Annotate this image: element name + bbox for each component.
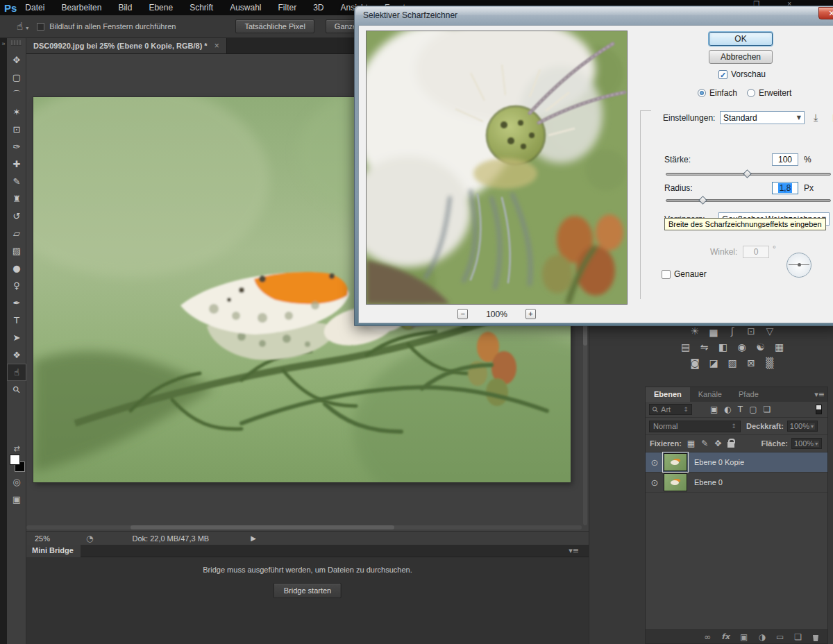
save-settings-icon[interactable]: ⤓ [814, 112, 818, 124]
path-selection-tool[interactable]: ➤ [7, 329, 26, 346]
blur-tool[interactable]: ● [7, 260, 26, 277]
clone-stamp-tool[interactable]: ♜ [7, 190, 26, 207]
layer-thumbnail[interactable] [664, 453, 687, 471]
layer-filter-toggle[interactable] [816, 405, 822, 414]
fill-dropdown[interactable]: 100% ▾ [791, 438, 822, 449]
cancel-button[interactable]: Abbrechen [709, 50, 773, 64]
photo-filter-icon[interactable]: ◉ [735, 341, 749, 354]
radius-slider-thumb[interactable] [698, 196, 707, 205]
scroll-all-windows-checkbox[interactable] [37, 23, 44, 31]
foreground-color-swatch[interactable] [10, 455, 20, 465]
new-adjustment-layer-icon[interactable]: ◑ [758, 632, 765, 642]
marquee-tool[interactable]: ▢ [7, 69, 26, 86]
history-brush-tool[interactable]: ↺ [7, 207, 26, 225]
options-button-tatsaechliche-pixel[interactable]: Tatsächliche Pixel [235, 19, 314, 33]
settings-dropdown[interactable]: Standard ▼ [720, 111, 805, 124]
filter-adjustment-layers-icon[interactable]: ◐ [724, 405, 731, 414]
color-lookup-icon[interactable]: ▦ [773, 341, 786, 354]
close-document-icon[interactable]: × [214, 41, 219, 51]
new-layer-icon[interactable]: ❏ [794, 632, 802, 642]
quick-selection-tool[interactable]: ✶ [7, 103, 26, 121]
lock-pixels-icon[interactable]: ✎ [701, 439, 708, 448]
toolbar-collapse-strip[interactable]: » [0, 38, 7, 644]
ok-button[interactable]: OK [709, 32, 773, 46]
levels-icon[interactable]: ▅ [707, 325, 721, 338]
channel-mixer-icon[interactable]: ☯ [754, 341, 768, 354]
hue-saturation-icon[interactable]: ▤ [679, 341, 693, 354]
layer-thumbnail[interactable] [664, 473, 687, 491]
quick-mask-icon[interactable]: ◎ [7, 477, 26, 487]
add-layer-mask-icon[interactable]: ▣ [740, 632, 748, 642]
panel-menu-icon[interactable]: ▾≡ [569, 546, 579, 555]
preview-checkbox[interactable]: ✓ [718, 70, 727, 79]
crop-tool[interactable]: ⊡ [7, 121, 26, 138]
amount-slider[interactable] [666, 173, 831, 176]
posterize-icon[interactable]: ◪ [707, 357, 721, 370]
lock-position-icon[interactable]: ✥ [714, 439, 721, 448]
eraser-tool[interactable]: ▱ [7, 225, 26, 242]
link-layers-icon[interactable]: ∞ [704, 632, 711, 642]
threshold-icon[interactable]: ▨ [725, 357, 739, 370]
horizontal-scrollbar[interactable] [26, 525, 582, 529]
amount-field[interactable]: 100 [772, 153, 798, 166]
toolbar-grip[interactable] [11, 40, 22, 46]
screen-mode-icon[interactable]: ▣ [7, 494, 26, 505]
brightness-contrast-icon[interactable]: ☀ [688, 325, 702, 338]
radio-unselected-icon[interactable] [747, 89, 755, 97]
layer-visibility-eye-icon[interactable]: ⊙ [646, 477, 664, 488]
panel-menu-icon[interactable]: ▾≡ [814, 390, 825, 399]
exposure-icon[interactable]: ⊡ [744, 325, 758, 338]
menu-item-filter[interactable]: Filter [278, 3, 297, 12]
sharpen-preview[interactable] [366, 31, 628, 305]
radius-field[interactable]: 1,8 [772, 182, 798, 194]
zoom-tool[interactable]: ⚲ [7, 381, 26, 398]
lasso-tool[interactable]: ⌒ [7, 86, 26, 103]
menu-item-3d[interactable]: 3D [313, 3, 323, 12]
opacity-dropdown[interactable]: 100% ▾ [787, 421, 818, 432]
spot-healing-tool[interactable]: ✚ [7, 155, 26, 173]
type-tool[interactable]: T [7, 312, 26, 329]
curves-icon[interactable]: ʃ [725, 325, 739, 338]
zoom-out-button[interactable]: − [457, 309, 468, 319]
layer-filter-type-dropdown[interactable]: ⚲ Art ↕ [649, 404, 692, 415]
zoom-level-field[interactable]: 25% [35, 534, 62, 543]
vibrance-icon[interactable]: ▽ [763, 325, 777, 338]
menu-item-auswahl[interactable]: Auswahl [230, 3, 261, 12]
amount-slider-thumb[interactable] [743, 169, 752, 178]
document-tab[interactable]: DSC09920.jpg bei 25% (Ebene 0 Kopie, RGB… [26, 38, 227, 53]
selective-color-icon[interactable]: ⊠ [744, 357, 758, 370]
hand-tool[interactable]: ☝ [7, 364, 26, 381]
menu-item-bearbeiten[interactable]: Bearbeiten [61, 3, 101, 12]
status-flyout-icon[interactable]: ▶ [251, 534, 256, 542]
layer-effects-icon[interactable]: fx [721, 632, 730, 641]
horizontal-scrollbar-thumb[interactable] [131, 525, 394, 529]
dialog-title-bar[interactable]: Selektiver Scharfzeichner ✕ [355, 6, 833, 25]
invert-icon[interactable]: ◙ [688, 357, 702, 370]
black-white-icon[interactable]: ◧ [716, 341, 730, 354]
gradient-map-icon[interactable]: ▒ [763, 357, 777, 370]
new-group-icon[interactable]: ▭ [776, 632, 784, 642]
tab-ebenen[interactable]: Ebenen [646, 387, 690, 402]
menu-item-bild[interactable]: Bild [118, 3, 132, 12]
menu-item-datei[interactable]: Datei [25, 3, 44, 12]
filter-smart-objects-icon[interactable]: ❏ [764, 405, 771, 414]
dialog-close-icon[interactable]: ✕ [818, 7, 833, 19]
lock-transparency-icon[interactable]: ▦ [687, 439, 695, 448]
layer-row[interactable]: ⊙Ebene 0 [646, 473, 827, 493]
tool-preset-caret-icon[interactable]: ▾ [26, 25, 28, 31]
layer-visibility-eye-icon[interactable]: ⊙ [646, 457, 664, 468]
more-accurate-checkbox[interactable] [662, 270, 671, 279]
zoom-in-button[interactable]: + [525, 309, 536, 319]
dodge-tool[interactable]: ♀ [7, 277, 26, 294]
color-balance-icon[interactable]: ⇋ [698, 341, 712, 354]
move-tool[interactable]: ✥ [7, 51, 26, 69]
eyedropper-tool[interactable]: ✑ [7, 138, 26, 155]
menu-item-schrift[interactable]: Schrift [190, 3, 213, 12]
filter-pixel-layers-icon[interactable]: ▣ [710, 405, 718, 414]
layer-row[interactable]: ⊙Ebene 0 Kopie [646, 452, 827, 473]
radius-slider[interactable] [666, 199, 831, 202]
pen-tool[interactable]: ✒ [7, 294, 26, 312]
mini-bridge-tab[interactable]: Mini Bridge [26, 545, 81, 557]
filter-shape-layers-icon[interactable]: ▢ [749, 405, 757, 414]
tab-pfade[interactable]: Pfade [730, 387, 767, 402]
